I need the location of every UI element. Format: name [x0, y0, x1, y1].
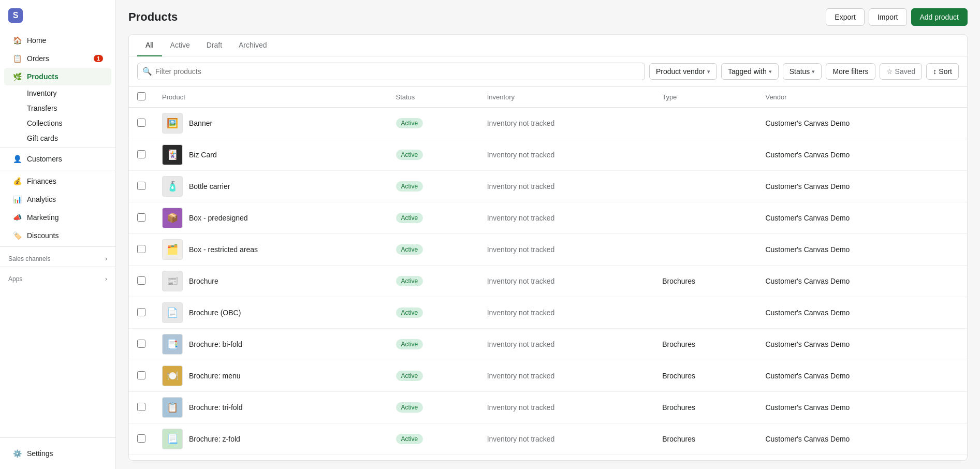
- sort-icon: ↕: [933, 67, 937, 76]
- status-cell: Active: [388, 108, 479, 139]
- export-button[interactable]: Export: [826, 8, 864, 26]
- row-checkbox[interactable]: [137, 308, 145, 316]
- type-value: Brochures: [662, 340, 695, 348]
- table-row: 🍽️ Brochure: menu Active Inventory not t…: [129, 360, 967, 392]
- row-checkbox[interactable]: [137, 119, 145, 127]
- sales-channels-label: Sales channels: [8, 255, 50, 262]
- type-value: Brochures: [662, 372, 695, 380]
- tab-all[interactable]: All: [137, 35, 162, 56]
- row-checkbox[interactable]: [137, 403, 145, 411]
- sidebar-item-settings[interactable]: ⚙️ Settings: [4, 445, 111, 462]
- more-filters-button[interactable]: More filters: [826, 63, 875, 80]
- saved-button[interactable]: ☆ Saved: [880, 63, 923, 80]
- status-cell: Active: [388, 234, 479, 266]
- row-checkbox[interactable]: [137, 150, 145, 158]
- status-chevron-icon: ▾: [812, 68, 815, 75]
- page-header: Products Export Import Add product: [116, 0, 980, 26]
- product-name[interactable]: Bottle carrier: [189, 182, 230, 190]
- sort-button[interactable]: ↕ Sort: [926, 63, 959, 80]
- tab-draft[interactable]: Draft: [198, 35, 230, 56]
- status-filter-button[interactable]: Status ▾: [783, 63, 822, 80]
- filters-bar: 🔍 Product vendor ▾ Tagged with ▾ Status …: [129, 56, 967, 87]
- product-cell: 🖼️ Banner: [154, 108, 388, 139]
- tagged-filter-button[interactable]: Tagged with ▾: [721, 63, 779, 80]
- sidebar-item-home[interactable]: 🏠 Home: [4, 32, 111, 49]
- product-thumbnail: 🧴: [162, 176, 183, 197]
- row-checkbox[interactable]: [137, 245, 145, 253]
- tab-archived[interactable]: Archived: [230, 35, 275, 56]
- apps-label: Apps: [8, 275, 22, 283]
- product-name[interactable]: Brochure: menu: [189, 372, 241, 380]
- vendor-filter-button[interactable]: Product vendor ▾: [649, 63, 717, 80]
- vendor-filter-label: Product vendor: [656, 67, 705, 76]
- vendor-cell: Customer's Canvas Demo: [757, 423, 967, 455]
- product-thumbnail: 🗂️: [162, 239, 183, 260]
- vendor-value: Customer's Canvas Demo: [765, 372, 850, 380]
- product-name[interactable]: Banner: [189, 119, 212, 127]
- table-row: 📋 Brochure: tri-fold Active Inventory no…: [129, 392, 967, 423]
- sidebar-collections-label: Collections: [27, 119, 62, 127]
- sidebar-item-customers[interactable]: 👤 Customers: [4, 150, 111, 168]
- row-checkbox[interactable]: [137, 434, 145, 443]
- type-cell: [654, 234, 757, 266]
- product-name[interactable]: Brochure: bi-fold: [189, 340, 242, 348]
- customers-icon: 👤: [12, 154, 22, 164]
- row-checkbox[interactable]: [137, 340, 145, 348]
- status-cell: Active: [388, 329, 479, 360]
- product-name[interactable]: Box - restricted areas: [189, 245, 258, 254]
- row-checkbox-cell: [129, 392, 154, 423]
- product-name[interactable]: Brochure (OBC): [189, 309, 241, 317]
- row-checkbox-cell: [129, 139, 154, 171]
- row-checkbox[interactable]: [137, 276, 145, 285]
- product-thumbnail: 📦: [162, 208, 183, 228]
- sidebar-item-gift-cards[interactable]: Gift cards: [4, 131, 111, 145]
- type-cell: Brochures: [654, 423, 757, 455]
- sidebar-item-inventory[interactable]: Inventory: [4, 86, 111, 100]
- product-thumbnail: 🃏: [162, 144, 183, 165]
- sidebar-item-orders[interactable]: 📋 Orders 1: [4, 50, 111, 67]
- product-name[interactable]: Brochure: z-fold: [189, 435, 240, 443]
- vendor-value: Customer's Canvas Demo: [765, 340, 850, 348]
- sidebar-item-products[interactable]: 🌿 Products: [4, 68, 111, 85]
- vendor-cell: Customer's Canvas Demo: [757, 455, 967, 461]
- products-card: All Active Draft Archived 🔍 Product vend…: [128, 34, 968, 461]
- sidebar-item-marketing[interactable]: 📣 Marketing: [4, 209, 111, 226]
- inventory-value: Inventory not tracked: [487, 245, 555, 254]
- row-checkbox-cell: [129, 423, 154, 455]
- row-checkbox-cell: [129, 202, 154, 234]
- row-checkbox[interactable]: [137, 182, 145, 190]
- sidebar-item-analytics[interactable]: 📊 Analytics: [4, 190, 111, 208]
- product-name[interactable]: Box - predesigned: [189, 214, 248, 222]
- sidebar-item-transfers[interactable]: Transfers: [4, 101, 111, 115]
- orders-icon: 📋: [12, 54, 22, 63]
- product-cell: 📦 Box - predesigned: [154, 202, 388, 234]
- sidebar-item-finances[interactable]: 💰 Finances: [4, 172, 111, 190]
- sales-channels-section[interactable]: Sales channels ›: [0, 249, 115, 265]
- apps-section[interactable]: Apps ›: [0, 269, 115, 285]
- select-all-checkbox[interactable]: [137, 92, 145, 100]
- product-cell: 📑 Brochure: bi-fold: [154, 329, 388, 360]
- status-badge: Active: [396, 434, 423, 444]
- vendor-value: Customer's Canvas Demo: [765, 277, 850, 285]
- row-checkbox-cell: [129, 297, 154, 329]
- inventory-value: Inventory not tracked: [487, 309, 555, 317]
- table-row: 🗂️ Box - restricted areas Active Invento…: [129, 234, 967, 266]
- inventory-cell: Inventory not tracked: [479, 108, 654, 139]
- inventory-cell: Inventory not tracked: [479, 202, 654, 234]
- product-name[interactable]: Biz Card: [189, 151, 217, 159]
- import-button[interactable]: Import: [869, 8, 907, 26]
- table-row: 📦 Box - predesigned Active Inventory not…: [129, 202, 967, 234]
- product-name[interactable]: Brochure: [189, 277, 218, 285]
- row-checkbox[interactable]: [137, 371, 145, 379]
- search-input[interactable]: [137, 63, 645, 80]
- sidebar-item-discounts[interactable]: 🏷️ Discounts: [4, 227, 111, 244]
- header-actions: Export Import Add product: [826, 8, 968, 26]
- tab-active[interactable]: Active: [162, 35, 198, 56]
- sidebar: S 🏠 Home 📋 Orders 1 🌿 Products Inventory…: [0, 0, 116, 469]
- row-checkbox[interactable]: [137, 213, 145, 222]
- sales-channels-chevron: ›: [105, 255, 107, 262]
- product-col-header: Product: [154, 87, 388, 108]
- product-name[interactable]: Brochure: tri-fold: [189, 403, 242, 412]
- sidebar-item-collections[interactable]: Collections: [4, 116, 111, 130]
- add-product-button[interactable]: Add product: [911, 8, 968, 26]
